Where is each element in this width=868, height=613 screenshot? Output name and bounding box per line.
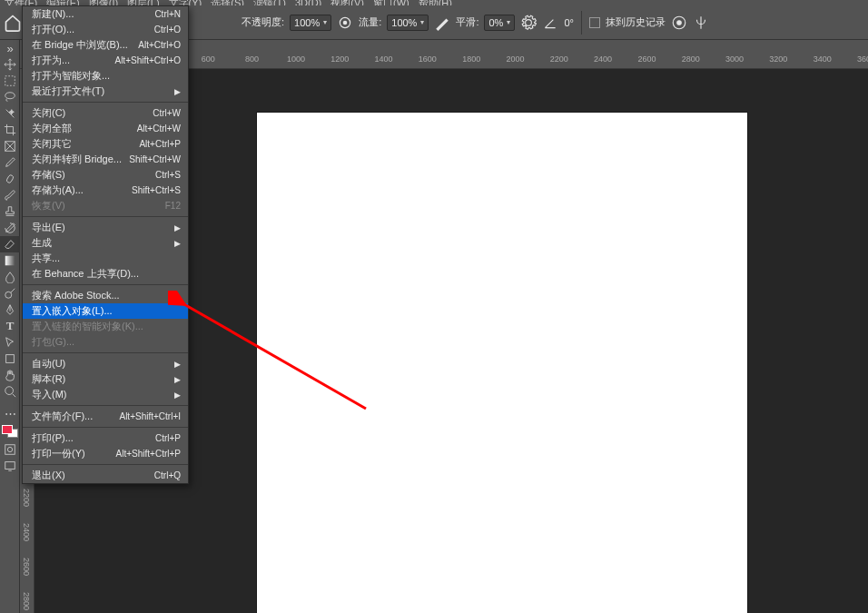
marquee-tool[interactable] xyxy=(0,73,20,89)
menu-item[interactable]: 存储(S)Ctrl+S xyxy=(23,167,188,183)
type-tool[interactable]: T xyxy=(0,318,20,334)
color-swatch[interactable] xyxy=(2,425,18,438)
menu-item[interactable]: 打印一份(Y)Alt+Shift+Ctrl+P xyxy=(23,446,188,461)
menu-item[interactable]: 关闭全部Alt+Ctrl+W xyxy=(23,121,188,136)
wand-tool[interactable] xyxy=(0,105,20,122)
menu-item[interactable]: 导入(M)▶ xyxy=(23,387,188,402)
opacity-label: 不透明度: xyxy=(242,15,284,29)
menu-separator xyxy=(23,284,188,285)
menu-item[interactable]: 生成▶ xyxy=(23,235,188,251)
healing-tool[interactable] xyxy=(0,171,20,187)
tool-collapse-icon[interactable]: » xyxy=(0,40,20,56)
ruler-tick: 2800 xyxy=(22,592,31,610)
history-checkbox[interactable] xyxy=(589,17,600,28)
menu-item-label: 置入嵌入对象(L)... xyxy=(32,304,181,318)
smooth-input[interactable]: 0%▾ xyxy=(484,15,515,31)
menu-item-label: 存储(S) xyxy=(32,168,155,182)
menu-item[interactable]: 关闭(C)Ctrl+W xyxy=(23,105,188,121)
path-select-tool[interactable] xyxy=(0,334,20,351)
ruler-tick: 2800 xyxy=(682,54,700,64)
menu-item-label: 在 Behance 上共享(D)... xyxy=(32,267,181,281)
menu-item[interactable]: 关闭其它Alt+Ctrl+P xyxy=(23,136,188,152)
symmetry-icon[interactable] xyxy=(693,15,709,31)
svg-rect-6 xyxy=(6,174,15,183)
crop-tool[interactable] xyxy=(0,122,20,138)
menu-shortcut: Ctrl+N xyxy=(154,9,181,19)
menu-item-label: 共享... xyxy=(32,252,181,265)
menu-item[interactable]: 在 Bridge 中浏览(B)...Alt+Ctrl+O xyxy=(23,37,188,53)
document-canvas[interactable] xyxy=(257,113,747,613)
stamp-tool[interactable] xyxy=(0,203,20,220)
more-tools-icon[interactable]: ⋯ xyxy=(0,405,20,421)
menu-item[interactable]: 共享... xyxy=(23,251,188,266)
frame-tool[interactable] xyxy=(0,138,20,154)
ruler-tick: 3400 xyxy=(814,54,832,64)
eyedropper-tool[interactable] xyxy=(0,154,20,171)
flow-input[interactable]: 100%▾ xyxy=(387,15,429,31)
dodge-tool[interactable] xyxy=(0,285,20,302)
svg-point-10 xyxy=(5,387,14,395)
gradient-tool[interactable] xyxy=(0,252,20,269)
hand-tool[interactable] xyxy=(0,367,20,383)
history-brush-tool[interactable] xyxy=(0,220,20,236)
menu-item: 置入链接的智能对象(K)... xyxy=(23,319,188,334)
menu-item[interactable]: 打开为...Alt+Shift+Ctrl+O xyxy=(23,53,188,68)
menu-item[interactable]: 打开为智能对象... xyxy=(23,68,188,84)
menu-item[interactable]: 最近打开文件(T)▶ xyxy=(23,84,188,99)
ruler-tick: 3600 xyxy=(857,54,868,64)
pressure-opacity-icon[interactable] xyxy=(337,15,353,31)
menu-shortcut: Alt+Shift+Ctrl+O xyxy=(114,55,181,65)
blur-tool[interactable] xyxy=(0,269,20,285)
menu-item: 恢复(V)F12 xyxy=(23,198,188,213)
menu-item[interactable]: 打开(O)...Ctrl+O xyxy=(23,22,188,37)
menu-item[interactable]: 在 Behance 上共享(D)... xyxy=(23,266,188,282)
pen-tool[interactable] xyxy=(0,302,20,318)
menu-item[interactable]: 自动(U)▶ xyxy=(23,356,188,371)
svg-rect-11 xyxy=(5,445,15,455)
angle-value[interactable]: 0° xyxy=(564,17,574,28)
ruler-tick: 1000 xyxy=(287,54,305,64)
menu-item-label: 关闭其它 xyxy=(32,137,139,151)
menu-item-label: 恢复(V) xyxy=(32,199,165,213)
menu-shortcut: Ctrl+W xyxy=(153,108,181,118)
menu-separator xyxy=(23,405,188,406)
menu-item-label: 导出(E) xyxy=(32,221,174,234)
opacity-input[interactable]: 100%▾ xyxy=(290,15,331,31)
svg-point-3 xyxy=(677,20,682,25)
zoom-tool[interactable] xyxy=(0,383,20,400)
screenmode-tool[interactable] xyxy=(0,458,20,474)
ruler-tick: 1600 xyxy=(419,54,437,64)
menu-shortcut: Shift+Ctrl+S xyxy=(132,185,181,195)
separator xyxy=(581,11,582,35)
menu-item[interactable]: 文件简介(F)...Alt+Shift+Ctrl+I xyxy=(23,409,188,424)
smooth-label: 平滑: xyxy=(456,15,478,29)
menu-item-label: 打印(P)... xyxy=(32,431,155,445)
home-icon[interactable] xyxy=(4,14,22,32)
lasso-tool[interactable] xyxy=(0,89,20,105)
menu-item[interactable]: 新建(N)...Ctrl+N xyxy=(23,6,188,22)
eraser-tool[interactable] xyxy=(0,236,20,252)
svg-point-1 xyxy=(343,20,348,25)
airbrush-icon[interactable] xyxy=(434,15,450,31)
menu-item-label: 存储为(A)... xyxy=(32,183,132,197)
svg-point-8 xyxy=(5,292,12,298)
file-menu-dropdown: 新建(N)...Ctrl+N打开(O)...Ctrl+O在 Bridge 中浏览… xyxy=(22,5,189,484)
menu-shortcut: Alt+Shift+Ctrl+P xyxy=(116,449,181,459)
menu-item[interactable]: 置入嵌入对象(L)... xyxy=(23,303,188,319)
menu-shortcut: Shift+Ctrl+W xyxy=(129,154,181,164)
menu-item[interactable]: 关闭并转到 Bridge...Shift+Ctrl+W xyxy=(23,152,188,167)
move-tool[interactable] xyxy=(0,56,20,73)
gear-icon[interactable] xyxy=(520,15,537,31)
menu-item[interactable]: 搜索 Adobe Stock... xyxy=(23,288,188,303)
menu-item-label: 打印一份(Y) xyxy=(32,447,116,460)
shape-tool[interactable] xyxy=(0,351,20,367)
brush-tool[interactable] xyxy=(0,187,20,203)
quickmask-tool[interactable] xyxy=(0,441,20,458)
menu-item[interactable]: 打印(P)...Ctrl+P xyxy=(23,430,188,446)
menu-item[interactable]: 脚本(R)▶ xyxy=(23,371,188,387)
svg-point-12 xyxy=(7,447,12,451)
menu-item[interactable]: 导出(E)▶ xyxy=(23,220,188,235)
menu-item[interactable]: 退出(X)Ctrl+Q xyxy=(23,468,188,483)
menu-item[interactable]: 存储为(A)...Shift+Ctrl+S xyxy=(23,183,188,198)
pressure-size-icon[interactable] xyxy=(671,15,687,31)
